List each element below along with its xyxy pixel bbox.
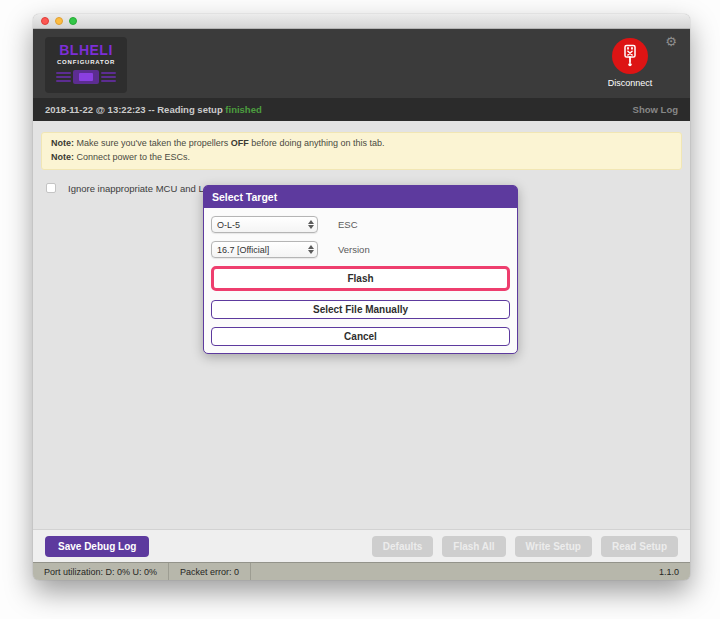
esc-select[interactable]: O-L-5 (211, 216, 318, 233)
footer-toolbar: Save Debug Log Defaults Flash All Write … (33, 529, 690, 562)
esc-wires-right (101, 72, 116, 82)
app-version: 1.1.0 (648, 563, 690, 580)
logo-subtitle: CONFIGURATOR (45, 58, 127, 66)
flash-button[interactable]: Flash (211, 266, 510, 291)
ignore-mcu-checkbox[interactable] (46, 183, 56, 193)
select-stepper-icon (308, 220, 314, 230)
version-select[interactable]: 16.7 [Official] (211, 241, 318, 258)
port-utilization-status: Port utilization: D: 0% U: 0% (33, 563, 169, 580)
log-status-bar: 2018-11-22 @ 13:22:23 -- Reading setup f… (33, 98, 690, 121)
select-file-manually-button[interactable]: Select File Manually (211, 300, 510, 319)
log-status-finished: finished (225, 104, 261, 115)
note-line-2: Note: Connect power to the ESCs. (51, 151, 672, 165)
logo-title: BLHELI (45, 43, 127, 58)
flash-all-button[interactable]: Flash All (442, 536, 505, 557)
desktop-background: BLHELI CONFIGURATOR ⚙ (0, 0, 720, 619)
cancel-button[interactable]: Cancel (211, 327, 510, 346)
zoom-button[interactable] (69, 17, 77, 25)
log-status-message: 2018-11-22 @ 13:22:23 -- Reading setup (45, 104, 223, 115)
esc-select-value: O-L-5 (217, 220, 240, 230)
propeller-warning-note: Note: Make sure you've taken the propell… (41, 132, 682, 170)
esc-wires-left (56, 72, 71, 82)
disconnect-button[interactable]: Disconnect (592, 38, 668, 88)
save-debug-log-button[interactable]: Save Debug Log (45, 536, 149, 557)
esc-select-label: ESC (338, 219, 358, 230)
note-line-1: Note: Make sure you've taken the propell… (51, 137, 672, 151)
usb-disconnect-icon[interactable] (612, 38, 648, 74)
version-select-row: 16.7 [Official] Version (211, 241, 510, 258)
main-content: Note: Make sure you've taken the propell… (33, 121, 690, 529)
close-button[interactable] (41, 17, 49, 25)
macos-titlebar (33, 14, 690, 29)
footer-action-buttons: Defaults Flash All Write Setup Read Setu… (372, 536, 678, 557)
write-setup-button[interactable]: Write Setup (515, 536, 592, 557)
read-setup-button[interactable]: Read Setup (601, 536, 678, 557)
show-log-button[interactable]: Show Log (633, 104, 678, 115)
app-window: BLHELI CONFIGURATOR ⚙ (33, 14, 690, 580)
select-stepper-icon (308, 245, 314, 255)
minimize-button[interactable] (55, 17, 63, 25)
version-select-label: Version (338, 244, 370, 255)
esc-chip-icon (73, 70, 99, 84)
esc-select-row: O-L-5 ESC (211, 216, 510, 233)
app-header: BLHELI CONFIGURATOR ⚙ (33, 29, 690, 98)
bottom-status-bar: Port utilization: D: 0% U: 0% Packet err… (33, 562, 690, 580)
blheli-logo: BLHELI CONFIGURATOR (45, 37, 127, 93)
version-select-value: 16.7 [Official] (217, 245, 269, 255)
disconnect-label: Disconnect (592, 78, 668, 88)
dialog-body: O-L-5 ESC 16.7 [Official] (204, 208, 517, 353)
select-target-dialog: Select Target O-L-5 ESC 16.7 [ (203, 185, 518, 354)
esc-board-icon (45, 70, 127, 84)
dialog-title: Select Target (204, 186, 517, 208)
defaults-button[interactable]: Defaults (372, 536, 433, 557)
log-status-text: 2018-11-22 @ 13:22:23 -- Reading setup f… (45, 104, 262, 115)
packet-error-status: Packet error: 0 (169, 563, 251, 580)
